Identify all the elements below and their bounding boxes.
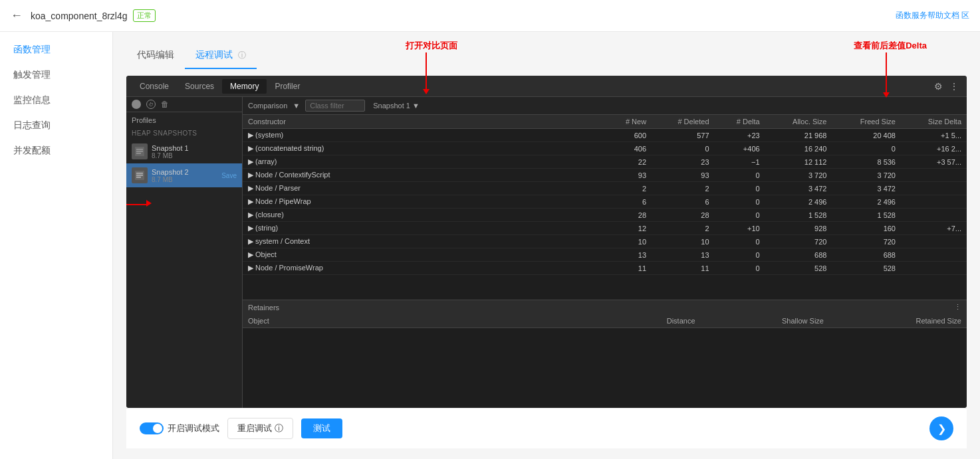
status-badge: 正常: [133, 9, 156, 22]
row-alloc-size: 528: [765, 262, 832, 275]
row-new: 10: [605, 235, 652, 248]
row-alloc-size: 688: [765, 248, 832, 262]
comparison-dropdown-arrow[interactable]: ▼: [293, 102, 300, 110]
row-deleted: 93: [652, 169, 714, 182]
row-deleted: 2: [652, 182, 714, 195]
main-tabs: 代码编辑 远程调试 ⓘ: [126, 43, 967, 69]
retainers-title: Retainers: [248, 304, 954, 312]
row-freed-size: 688: [832, 248, 901, 262]
row-new: 406: [605, 142, 652, 155]
row-constructor: ▶ Node / Parser: [243, 182, 605, 195]
row-constructor: ▶ Node / PipeWrap: [243, 195, 605, 209]
svg-rect-5: [136, 173, 143, 174]
row-freed-size: 720: [832, 235, 901, 248]
bottom-bar: 开启调试模式 重启调试 ⓘ 测试 ❯: [126, 408, 967, 448]
svg-rect-2: [136, 151, 143, 152]
table-row[interactable]: ▶ Node / PromiseWrap 11 11 0 528 528: [243, 262, 967, 275]
test-button[interactable]: 测试: [301, 418, 342, 438]
row-size-delta: +7...: [901, 222, 967, 235]
col-deleted: # Deleted: [652, 115, 714, 129]
comparison-label: Comparison: [248, 102, 287, 110]
tab-code-editor[interactable]: 代码编辑: [126, 43, 185, 69]
sidebar-item-logs[interactable]: 日志查询: [0, 113, 112, 138]
row-deleted: 23: [652, 155, 714, 169]
app-name: koa_component_8rzl4g: [31, 11, 128, 21]
table-row[interactable]: ▶ Node / Parser 2 2 0 3 472 3 472: [243, 182, 967, 195]
row-constructor: ▶ (system): [243, 129, 605, 142]
snapshot-item-2[interactable]: Snapshot 2 8.7 MB Save: [126, 163, 242, 187]
table-row[interactable]: ▶ (closure) 28 28 0 1 528 1 528: [243, 209, 967, 222]
col-constructor: Constructor: [243, 115, 605, 129]
row-size-delta: +1 5...: [901, 129, 967, 142]
profiles-toolbar: ⏱ 🗑: [126, 97, 242, 112]
row-freed-size: 2 496: [832, 195, 901, 209]
snapshot-item-1[interactable]: Snapshot 1 8.7 MB: [126, 139, 242, 163]
row-new: 28: [605, 209, 652, 222]
row-deleted: 6: [652, 195, 714, 209]
reset-info-icon: ⓘ: [275, 422, 283, 434]
table-row[interactable]: ▶ Node / ContextifyScript 93 93 0 3 720 …: [243, 169, 967, 182]
devtools-tab-console[interactable]: Console: [132, 79, 177, 94]
svg-rect-1: [136, 149, 143, 150]
row-deleted: 577: [652, 129, 714, 142]
row-freed-size: 3 472: [832, 182, 901, 195]
gear-icon[interactable]: ⚙: [930, 81, 947, 92]
sidebar-item-concurrency[interactable]: 并发配额: [0, 138, 112, 163]
row-constructor: ▶ (array): [243, 155, 605, 169]
profiles-label: Profiles: [126, 112, 242, 127]
row-constructor: ▶ system / Context: [243, 235, 605, 248]
row-size-delta: [901, 262, 967, 275]
devtools-tab-profiler[interactable]: Profiler: [267, 79, 308, 94]
col-new: # New: [605, 115, 652, 129]
row-freed-size: 3 720: [832, 169, 901, 182]
table-row[interactable]: ▶ (concatenated string) 406 0 +406 16 24…: [243, 142, 967, 155]
devtools-panel: Console Sources Memory Profiler ⚙ ⋮: [126, 76, 967, 408]
table-row[interactable]: ▶ (string) 12 2 +10 928 160 +7...: [243, 222, 967, 235]
table-row[interactable]: ▶ Node / PipeWrap 6 6 0 2 496 2 496: [243, 195, 967, 209]
row-delta: 0: [715, 235, 765, 248]
row-alloc-size: 720: [765, 235, 832, 248]
blue-circle-button[interactable]: ❯: [929, 416, 953, 440]
top-bar: ← koa_component_8rzl4g 正常 函数服务帮助文档 区: [0, 0, 980, 32]
reset-debug-button[interactable]: 重启调试 ⓘ: [227, 418, 293, 439]
row-alloc-size: 928: [765, 222, 832, 235]
switch[interactable]: [140, 422, 164, 434]
help-link[interactable]: 函数服务帮助文档 区: [896, 10, 969, 21]
snapshot-selector[interactable]: Snapshot 1 ▼: [373, 102, 420, 110]
sidebar-item-triggers[interactable]: 触发管理: [0, 62, 112, 88]
snapshot-icon-1: [132, 143, 148, 159]
save-link[interactable]: Save: [221, 172, 237, 179]
retainers-header: Retainers ⋮: [243, 300, 967, 314]
row-new: 93: [605, 169, 652, 182]
retainers-table: Object Distance Shallow Size Retained Si…: [243, 314, 967, 408]
tab-remote-debug[interactable]: 远程调试 ⓘ: [185, 43, 257, 69]
snapshot-info-1: Snapshot 1 8.7 MB: [152, 144, 237, 159]
snapshot-1-size: 8.7 MB: [152, 152, 237, 159]
more-icon[interactable]: ⋮: [947, 81, 961, 92]
clock-button[interactable]: ⏱: [146, 100, 156, 109]
retainers-more-icon[interactable]: ⋮: [954, 303, 961, 312]
row-new: 11: [605, 262, 652, 275]
row-freed-size: 8 536: [832, 155, 901, 169]
trash-button[interactable]: 🗑: [161, 100, 169, 109]
devtools-tab-sources[interactable]: Sources: [177, 79, 222, 94]
snapshot-2-size: 8.7 MB: [152, 176, 219, 183]
devtools-tab-memory[interactable]: Memory: [222, 79, 267, 94]
table-row[interactable]: ▶ (system) 600 577 +23 21 968 20 408 +1 …: [243, 129, 967, 142]
sidebar-item-monitor[interactable]: 监控信息: [0, 88, 112, 113]
record-button[interactable]: [132, 100, 141, 109]
devtools-tabs: Console Sources Memory Profiler ⚙ ⋮: [126, 76, 967, 97]
debug-mode-toggle[interactable]: 开启调试模式: [140, 422, 219, 434]
table-row[interactable]: ▶ system / Context 10 10 0 720 720: [243, 235, 967, 248]
ret-col-distance: Distance: [605, 314, 701, 328]
table-row[interactable]: ▶ (array) 22 23 −1 12 112 8 536 +3 57...: [243, 155, 967, 169]
table-row[interactable]: ▶ Object 13 13 0 688 688: [243, 248, 967, 262]
row-constructor: ▶ (concatenated string): [243, 142, 605, 155]
sidebar-item-functions[interactable]: 函数管理: [0, 37, 112, 62]
class-filter-input[interactable]: [305, 100, 365, 112]
row-constructor: ▶ (closure): [243, 209, 605, 222]
row-freed-size: 160: [832, 222, 901, 235]
row-delta: 0: [715, 169, 765, 182]
back-icon[interactable]: ←: [11, 9, 23, 23]
ret-col-retained: Retained Size: [829, 314, 967, 328]
